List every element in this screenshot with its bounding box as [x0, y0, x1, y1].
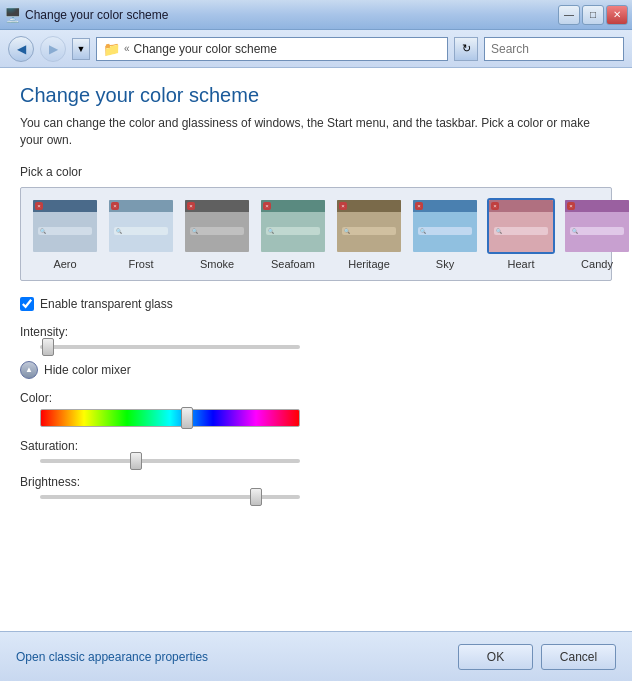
swatch-heritage[interactable]: ×🔍Heritage — [335, 198, 403, 270]
pick-a-color-label: Pick a color — [20, 165, 612, 179]
breadcrumb-arrows: « — [124, 43, 130, 54]
swatch-label-sky: Sky — [436, 258, 454, 270]
swatch-label-seafoam: Seafoam — [271, 258, 315, 270]
swatch-label-frost: Frost — [128, 258, 153, 270]
footer: Open classic appearance properties OK Ca… — [0, 631, 632, 681]
brightness-slider-thumb[interactable] — [250, 488, 262, 506]
back-button[interactable]: ◀ — [8, 36, 34, 62]
page-description: You can change the color and glassiness … — [20, 115, 612, 149]
forward-button[interactable]: ▶ — [40, 36, 66, 62]
footer-buttons: OK Cancel — [458, 644, 616, 670]
swatch-label-candy: Candy — [581, 258, 613, 270]
swatch-aero[interactable]: ×🔍Aero — [31, 198, 99, 270]
page-title: Change your color scheme — [20, 84, 612, 107]
transparent-glass-row: Enable transparent glass — [20, 297, 612, 311]
swatch-thumb-candy: ×🔍 — [563, 198, 631, 254]
mixer-chevron-icon: ▲ — [25, 365, 33, 374]
search-input[interactable] — [491, 42, 632, 56]
close-button[interactable]: ✕ — [606, 5, 628, 25]
mixer-toggle[interactable]: ▲ Hide color mixer — [20, 361, 612, 379]
swatch-heart[interactable]: ×🔍Heart — [487, 198, 555, 270]
ok-button[interactable]: OK — [458, 644, 533, 670]
saturation-slider-track — [40, 459, 300, 463]
swatch-thumb-heart: ×🔍 — [487, 198, 555, 254]
swatch-thumb-frost: ×🔍 — [107, 198, 175, 254]
saturation-section: Saturation: — [20, 439, 612, 463]
swatch-label-heart: Heart — [508, 258, 535, 270]
titlebar-icon: 🖥️ — [4, 7, 21, 23]
brightness-section: Brightness: — [20, 475, 612, 499]
color-label: Color: — [20, 391, 612, 405]
minimize-button[interactable]: — — [558, 5, 580, 25]
swatch-label-heritage: Heritage — [348, 258, 390, 270]
intensity-slider-track — [40, 345, 300, 349]
swatch-label-aero: Aero — [53, 258, 76, 270]
transparent-glass-checkbox[interactable] — [20, 297, 34, 311]
swatch-label-smoke: Smoke — [200, 258, 234, 270]
swatch-sky[interactable]: ×🔍Sky — [411, 198, 479, 270]
main-content: Change your color scheme You can change … — [0, 68, 632, 631]
swatch-seafoam[interactable]: ×🔍Seafoam — [259, 198, 327, 270]
nav-dropdown-button[interactable]: ▼ — [72, 38, 90, 60]
titlebar: 🖥️ Change your color scheme — □ ✕ — [0, 0, 632, 30]
intensity-section: Intensity: — [20, 325, 612, 349]
swatches-container: ×🔍Aero×🔍Frost×🔍Smoke×🔍Seafoam×🔍Heritage×… — [20, 187, 612, 281]
folder-icon: 📁 — [103, 41, 120, 57]
swatch-thumb-heritage: ×🔍 — [335, 198, 403, 254]
color-section: Color: — [20, 391, 612, 427]
swatch-thumb-smoke: ×🔍 — [183, 198, 251, 254]
intensity-slider-thumb[interactable] — [42, 338, 54, 356]
classic-appearance-link[interactable]: Open classic appearance properties — [16, 650, 208, 664]
swatch-thumb-aero: ×🔍 — [31, 198, 99, 254]
brightness-label: Brightness: — [20, 475, 612, 489]
breadcrumb-text: Change your color scheme — [134, 42, 277, 56]
mixer-toggle-icon: ▲ — [20, 361, 38, 379]
mixer-toggle-label: Hide color mixer — [44, 363, 131, 377]
address-bar: 📁 « Change your color scheme — [96, 37, 448, 61]
refresh-button[interactable]: ↻ — [454, 37, 478, 61]
maximize-button[interactable]: □ — [582, 5, 604, 25]
swatch-thumb-seafoam: ×🔍 — [259, 198, 327, 254]
swatch-candy[interactable]: ×🔍Candy — [563, 198, 631, 270]
brightness-slider-track — [40, 495, 300, 499]
intensity-label: Intensity: — [20, 325, 612, 339]
search-box: 🔍 — [484, 37, 624, 61]
cancel-button[interactable]: Cancel — [541, 644, 616, 670]
titlebar-left: 🖥️ Change your color scheme — [4, 7, 168, 23]
color-slider-track — [40, 409, 300, 427]
color-slider-thumb[interactable] — [181, 407, 193, 429]
transparent-glass-label: Enable transparent glass — [40, 297, 173, 311]
swatch-thumb-sky: ×🔍 — [411, 198, 479, 254]
swatch-frost[interactable]: ×🔍Frost — [107, 198, 175, 270]
navbar: ◀ ▶ ▼ 📁 « Change your color scheme ↻ 🔍 — [0, 30, 632, 68]
titlebar-title: Change your color scheme — [25, 8, 168, 22]
saturation-label: Saturation: — [20, 439, 612, 453]
swatch-smoke[interactable]: ×🔍Smoke — [183, 198, 251, 270]
saturation-slider-thumb[interactable] — [130, 452, 142, 470]
titlebar-controls: — □ ✕ — [558, 5, 628, 25]
